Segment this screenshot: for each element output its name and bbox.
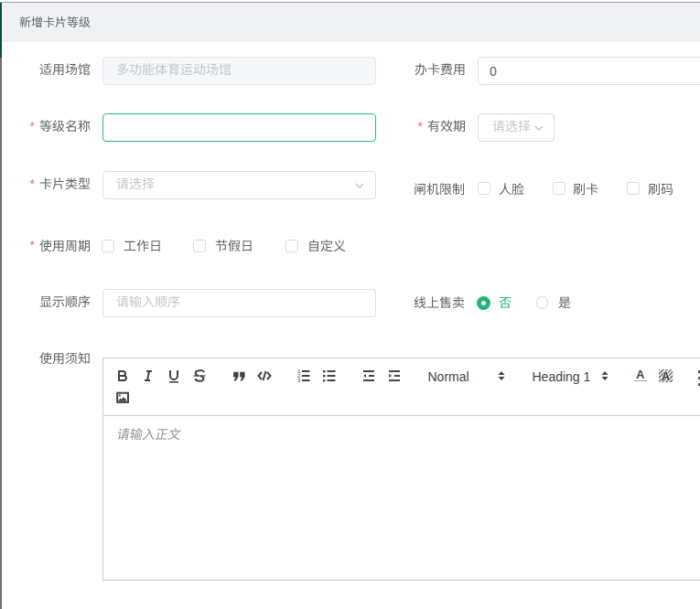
svg-text:A: A	[662, 369, 670, 382]
svg-text:3: 3	[297, 378, 301, 383]
